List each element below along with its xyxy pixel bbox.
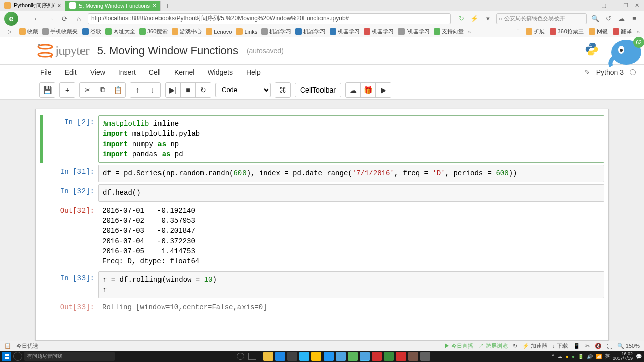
browser-search[interactable]: ○ 公安局长搞钱色交易被开 [496, 13, 587, 24]
cloud-icon[interactable]: ☁ [617, 15, 626, 22]
app-pdf[interactable] [396, 352, 406, 361]
menu-file[interactable]: File [40, 68, 52, 76]
browser-tab-2[interactable]: 5. Moving Window Functions × [65, 1, 161, 11]
tray-icon[interactable]: ☁ [557, 354, 562, 359]
close-icon[interactable]: ✕ [632, 2, 642, 9]
menu-insert[interactable]: Insert [118, 68, 136, 76]
app-chrome[interactable] [311, 352, 321, 361]
status-left-icon[interactable]: 📋 [4, 343, 11, 349]
bookmark-item[interactable]: 支持向量 [434, 28, 464, 35]
ime-indicator[interactable]: 英 [605, 353, 610, 360]
app-icon[interactable] [408, 352, 418, 361]
bookmark-item[interactable]: 机器学习 [295, 28, 326, 35]
app-360browser[interactable] [348, 352, 358, 361]
bookmark-item[interactable]: 游戏中心 [172, 28, 202, 35]
bookmark-item[interactable]: [机器学习 [398, 28, 430, 35]
code-input[interactable]: r = df.rolling(window = 10) r [98, 271, 604, 299]
tray-icon[interactable]: 🔋 [578, 354, 584, 359]
code-cell[interactable]: In [31]: df = pd.Series(np.random.randn(… [40, 165, 604, 182]
task-view-icon[interactable] [248, 353, 256, 360]
status-icon[interactable]: 🔇 [595, 343, 602, 349]
stop-button[interactable]: ■ [181, 83, 196, 97]
status-item[interactable]: ▶ 今日直播 [444, 342, 473, 350]
code-cell[interactable]: In [2]: %matplotlib inlineimport matplot… [40, 115, 604, 163]
jupyter-logo[interactable]: jupyter [36, 42, 89, 60]
bookmark-item[interactable]: 机器学习 [261, 28, 291, 35]
bookmark-item[interactable]: 机器学习 [330, 28, 360, 35]
status-item[interactable]: ↓ 下载 [552, 342, 568, 350]
cut-button[interactable]: ✂ [80, 83, 95, 97]
search-icon[interactable]: 🔍 [591, 15, 600, 22]
add-cell-button[interactable]: + [60, 83, 75, 97]
window-tool-icon[interactable]: ▢ [599, 2, 609, 9]
kernel-name[interactable]: Python 3 [596, 68, 624, 76]
tray-icon[interactable]: 🔊 [587, 354, 593, 359]
bookmark-item[interactable]: Lenovo [206, 28, 232, 35]
menu-kernel[interactable]: Kernel [174, 68, 194, 76]
save-button[interactable]: 💾 [40, 83, 55, 97]
back-button[interactable]: ← [31, 13, 42, 24]
url-input[interactable] [88, 13, 451, 24]
code-input[interactable]: %matplotlib inlineimport matplotlib.pyla… [98, 115, 604, 163]
kernel-indicator[interactable] [630, 69, 636, 75]
paste-button[interactable]: 📋 [110, 83, 125, 97]
tray-up-icon[interactable]: ^ [552, 354, 554, 359]
menu-help[interactable]: Help [246, 68, 261, 76]
flash-icon[interactable]: ⚡ [470, 15, 479, 22]
move-up-button[interactable]: ↑ [130, 83, 145, 97]
code-cell[interactable]: In [32]: df.head() [40, 184, 604, 201]
cloud-button[interactable]: ☁ [346, 83, 361, 97]
extension-item[interactable]: 360抢票王 [550, 28, 584, 35]
new-tab-button[interactable]: + [161, 2, 173, 10]
bookmark-item[interactable]: Links [236, 28, 257, 35]
app-icon[interactable] [384, 352, 394, 361]
celltoolbar-button[interactable]: CellToolbar [295, 83, 341, 97]
app-icon[interactable] [420, 352, 430, 361]
notebook-title[interactable]: 5. Moving Window Functions [97, 44, 238, 57]
app-edge[interactable] [275, 352, 285, 361]
tray-icon[interactable]: ● [566, 354, 569, 359]
menu-icon[interactable]: ≡ [630, 15, 639, 22]
maximize-icon[interactable]: ☐ [621, 2, 631, 9]
tray-icon[interactable]: 📶 [596, 354, 602, 359]
reload-button[interactable]: ⟳ [59, 13, 70, 24]
app-active[interactable] [360, 352, 370, 361]
taskbar-clock[interactable]: 16:02 2017/7/19 [613, 352, 633, 361]
mic-icon[interactable] [237, 353, 244, 360]
gift-button[interactable]: 🎁 [361, 83, 376, 97]
zoom-level[interactable]: 🔍 150% [617, 343, 640, 349]
status-icon[interactable]: ↻ [513, 343, 517, 349]
menu-widgets[interactable]: Widgets [207, 68, 233, 76]
command-palette-button[interactable]: ⌘ [275, 83, 290, 97]
bookmark-item[interactable]: 360搜索 [139, 28, 168, 35]
run-button[interactable]: ▶| [166, 83, 181, 97]
close-icon[interactable]: × [57, 2, 61, 9]
taskbar-search[interactable]: 有问题尽管问我 [24, 352, 115, 361]
app-icon[interactable] [299, 352, 309, 361]
sync-icon[interactable]: ↻ [457, 15, 466, 22]
notifications-icon[interactable]: 💬 [636, 354, 642, 359]
edit-icon[interactable]: ✎ [584, 68, 590, 76]
tray-icon[interactable]: ● [572, 354, 575, 359]
bookmark-item[interactable]: 机器学习 [364, 28, 394, 35]
copy-button[interactable]: ⧉ [95, 83, 110, 97]
video-button[interactable]: ▶ [376, 83, 391, 97]
menu-cell[interactable]: Cell [149, 68, 161, 76]
menu-view[interactable]: View [90, 68, 105, 76]
browser-logo[interactable]: e [4, 12, 18, 26]
extension-item[interactable]: 扩展 [526, 28, 545, 35]
app-icon[interactable] [336, 352, 346, 361]
cortana-icon[interactable] [13, 352, 22, 361]
app-icon[interactable] [324, 352, 334, 361]
close-icon[interactable]: × [153, 2, 156, 9]
status-icon[interactable]: 📱 [573, 343, 580, 349]
status-item[interactable]: ⚡ 加速器 [522, 342, 547, 350]
move-down-button[interactable]: ↓ [145, 83, 160, 97]
bookmarks-overflow[interactable]: » [468, 29, 471, 35]
app-store[interactable] [287, 352, 297, 361]
dropdown-icon[interactable]: ▾ [483, 15, 492, 22]
bookmark-item[interactable]: 网址大全 [105, 28, 135, 35]
start-button[interactable] [2, 352, 11, 361]
code-input[interactable]: df.head() [98, 184, 604, 201]
app-icon[interactable] [372, 352, 382, 361]
